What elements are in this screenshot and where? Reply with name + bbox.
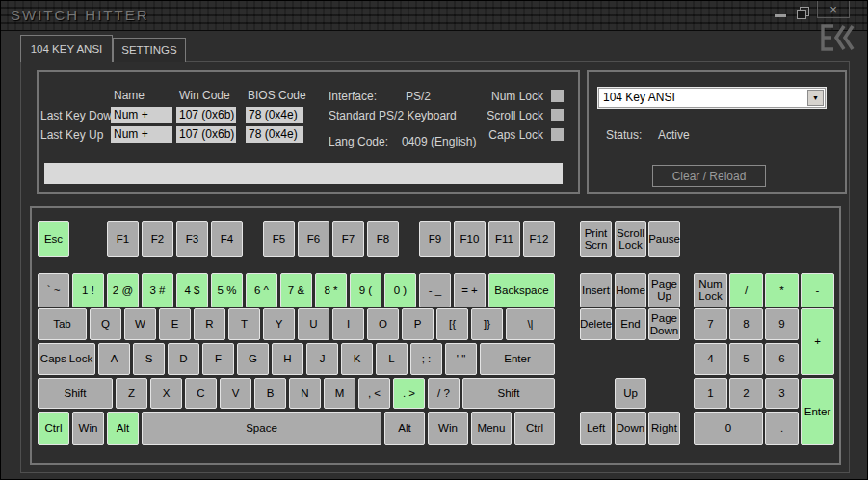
typed-keys-input[interactable] xyxy=(44,163,563,184)
key-scroll-lock[interactable]: Scroll Lock xyxy=(615,221,646,257)
key-x[interactable]: X xyxy=(150,378,182,409)
key-p[interactable]: P xyxy=(402,308,434,340)
key-f4[interactable]: F4 xyxy=(211,221,243,257)
key-space[interactable]: Space xyxy=(142,412,381,445)
key-pause[interactable]: Pause xyxy=(648,221,680,257)
key-equals[interactable]: = + xyxy=(454,273,486,307)
key-grave[interactable]: ` ~ xyxy=(38,273,69,307)
key-caps-lock[interactable]: Caps Lock xyxy=(38,343,95,375)
key-num-lock[interactable]: Num Lock xyxy=(694,273,727,307)
tab-settings[interactable]: SETTINGS xyxy=(113,38,186,62)
key-numpad-2[interactable]: 2 xyxy=(729,378,763,409)
key-l[interactable]: L xyxy=(376,343,408,375)
key-d[interactable]: D xyxy=(168,343,199,375)
key-m[interactable]: M xyxy=(324,378,355,409)
key-w[interactable]: W xyxy=(124,308,156,340)
key-e[interactable]: E xyxy=(159,308,191,340)
title-bar[interactable]: SWITCH HITTER × xyxy=(1,1,867,31)
key-numpad-8[interactable]: 8 xyxy=(729,308,763,340)
key-f9[interactable]: F9 xyxy=(419,221,451,257)
key-f12[interactable]: F12 xyxy=(523,221,555,257)
key-arrow-right[interactable]: Right xyxy=(648,412,680,445)
key-enter[interactable]: Enter xyxy=(480,343,555,375)
key-0[interactable]: 0 ) xyxy=(384,273,416,307)
key-ctrl-right[interactable]: Ctrl xyxy=(514,412,555,445)
key-numpad-plus[interactable]: + xyxy=(801,308,834,375)
key-3[interactable]: 3 # xyxy=(142,273,173,307)
key-arrow-left[interactable]: Left xyxy=(580,412,612,445)
key-page-down[interactable]: Page Down xyxy=(648,308,680,340)
key-f3[interactable]: F3 xyxy=(176,221,208,257)
key-k[interactable]: K xyxy=(341,343,373,375)
key-j[interactable]: J xyxy=(306,343,338,375)
key-b[interactable]: B xyxy=(254,378,286,409)
key-o[interactable]: O xyxy=(367,308,399,340)
key-delete[interactable]: Delete xyxy=(580,308,612,340)
tab-104-key-ansi[interactable]: 104 KEY ANSI xyxy=(20,35,113,62)
key-8[interactable]: 8 * xyxy=(315,273,347,307)
key-quote[interactable]: ' " xyxy=(445,343,477,375)
key-ctrl-left[interactable]: Ctrl xyxy=(38,412,69,445)
key-bracket-close[interactable]: ]} xyxy=(471,308,503,340)
key-n[interactable]: N xyxy=(289,378,321,409)
key-c[interactable]: C xyxy=(185,378,217,409)
key-backspace[interactable]: Backspace xyxy=(488,273,555,307)
key-numpad-3[interactable]: 3 xyxy=(765,378,799,409)
key-numpad-minus[interactable]: - xyxy=(801,273,834,307)
key-z[interactable]: Z xyxy=(116,378,147,409)
key-1[interactable]: 1 ! xyxy=(72,273,104,307)
key-shift-left[interactable]: Shift xyxy=(38,378,113,409)
key-win-right[interactable]: Win xyxy=(428,412,468,445)
key-comma[interactable]: , < xyxy=(358,378,390,409)
key-shift-right[interactable]: Shift xyxy=(462,378,555,409)
key-home[interactable]: Home xyxy=(615,273,646,307)
key-f6[interactable]: F6 xyxy=(298,221,329,257)
key-f10[interactable]: F10 xyxy=(454,221,486,257)
key-slash[interactable]: / ? xyxy=(428,378,460,409)
key-print-screen[interactable]: Print Scrn xyxy=(580,221,612,257)
key-numpad-divide[interactable]: / xyxy=(729,273,763,307)
key-h[interactable]: H xyxy=(272,343,303,375)
key-5[interactable]: 5 % xyxy=(211,273,243,307)
maximize-icon[interactable] xyxy=(797,6,809,18)
key-numpad-9[interactable]: 9 xyxy=(765,308,799,340)
key-7[interactable]: 7 & xyxy=(280,273,312,307)
key-f2[interactable]: F2 xyxy=(142,221,173,257)
minimize-icon[interactable] xyxy=(775,14,786,17)
key-f11[interactable]: F11 xyxy=(488,221,520,257)
key-backslash[interactable]: \| xyxy=(506,308,555,340)
key-f7[interactable]: F7 xyxy=(332,221,364,257)
key-minus[interactable]: - _ xyxy=(419,273,451,307)
key-page-up[interactable]: Page Up xyxy=(648,273,680,307)
key-numpad-4[interactable]: 4 xyxy=(694,343,727,375)
key-2[interactable]: 2 @ xyxy=(107,273,139,307)
close-button[interactable]: × xyxy=(817,1,850,18)
key-numpad-5[interactable]: 5 xyxy=(729,343,763,375)
key-f1[interactable]: F1 xyxy=(107,221,139,257)
key-period[interactable]: . > xyxy=(393,378,425,409)
key-numpad-7[interactable]: 7 xyxy=(694,308,727,340)
key-t[interactable]: T xyxy=(228,308,260,340)
key-q[interactable]: Q xyxy=(90,308,121,340)
key-s[interactable]: S xyxy=(133,343,165,375)
key-6[interactable]: 6 ^ xyxy=(246,273,277,307)
key-end[interactable]: End xyxy=(615,308,646,340)
key-9[interactable]: 9 ( xyxy=(350,273,381,307)
key-insert[interactable]: Insert xyxy=(580,273,612,307)
key-numpad-0[interactable]: 0 xyxy=(694,412,763,445)
key-alt-right[interactable]: Alt xyxy=(384,412,425,445)
key-f5[interactable]: F5 xyxy=(263,221,295,257)
key-r[interactable]: R xyxy=(194,308,225,340)
key-f[interactable]: F xyxy=(202,343,234,375)
key-numpad-enter[interactable]: Enter xyxy=(801,378,834,445)
key-win-left[interactable]: Win xyxy=(72,412,104,445)
dropdown-arrow-icon[interactable]: ▼ xyxy=(807,90,824,106)
key-tab[interactable]: Tab xyxy=(38,308,87,340)
key-arrow-up[interactable]: Up xyxy=(615,378,646,409)
key-arrow-down[interactable]: Down xyxy=(615,412,646,445)
key-alt-left[interactable]: Alt xyxy=(107,412,139,445)
key-4[interactable]: 4 $ xyxy=(176,273,208,307)
key-f8[interactable]: F8 xyxy=(367,221,399,257)
key-u[interactable]: U xyxy=(298,308,329,340)
key-menu[interactable]: Menu xyxy=(471,412,512,445)
